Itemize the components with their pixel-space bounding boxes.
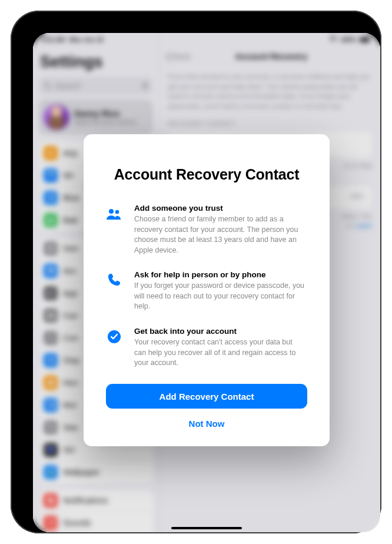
modal-info-item: Get back into your accountYour recovery … (105, 326, 305, 369)
screen: 9:41 AM Mon Jun 10 100% Settings (33, 33, 380, 532)
modal-body: Add someone you trustChoose a friend or … (105, 203, 308, 369)
people-icon (105, 204, 124, 223)
modal-item-heading: Add someone you trust (134, 203, 305, 214)
modal-info-item: Add someone you trustChoose a friend or … (105, 203, 305, 256)
modal-item-heading: Ask for help in person or by phone (134, 270, 305, 280)
modal-item-body: Your recovery contact can't access your … (134, 337, 305, 369)
not-now-button[interactable]: Not Now (106, 414, 307, 432)
modal-info-item: Ask for help in person or by phoneIf you… (105, 270, 305, 312)
modal-item-heading: Get back into your account (134, 326, 305, 337)
checkmark-circle-icon (105, 327, 124, 346)
modal-title: Account Recovery Contact (105, 166, 308, 183)
svg-point-44 (115, 210, 119, 214)
modal-item-body: Choose a friend or family member to add … (134, 214, 305, 256)
phone-icon (105, 271, 124, 290)
ipad-frame: 9:41 AM Mon Jun 10 100% Settings (11, 11, 381, 533)
modal-item-body: If you forget your password or device pa… (134, 281, 305, 312)
account-recovery-contact-modal: Account Recovery Contact Add someone you… (84, 134, 330, 446)
home-indicator[interactable] (171, 527, 242, 529)
svg-point-43 (109, 209, 114, 214)
add-recovery-contact-button[interactable]: Add Recovery Contact (106, 384, 307, 409)
